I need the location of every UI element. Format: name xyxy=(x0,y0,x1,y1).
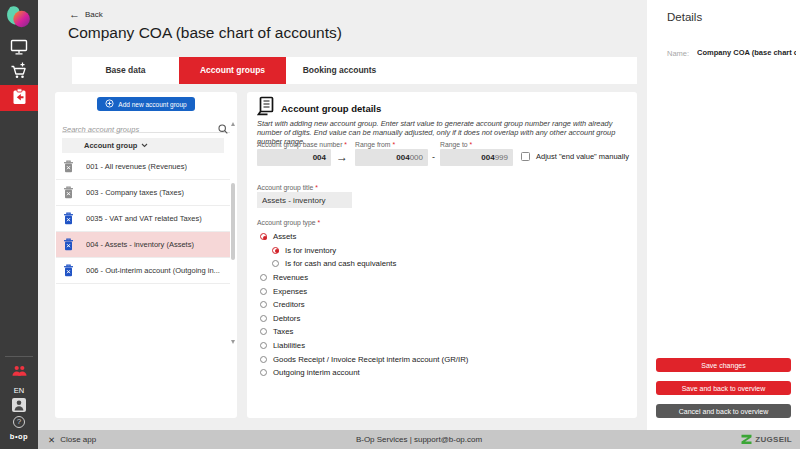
adjust-end-value-checkbox[interactable] xyxy=(521,152,530,161)
sidebar-item-shop[interactable] xyxy=(0,61,38,83)
zugseil-logo-icon xyxy=(741,434,752,445)
language-switch[interactable]: EN xyxy=(0,386,38,395)
type-option-label: Creditors xyxy=(273,300,305,309)
support-info: B-Op Services | support@b-op.com xyxy=(38,430,800,449)
radio-icon[interactable] xyxy=(260,274,267,281)
details-name-value: Company COA (base chart of... xyxy=(697,48,796,57)
app-logo-icon xyxy=(3,4,34,35)
account-group-row-label: 0035 - VAT and VAT related Taxes) xyxy=(86,214,202,223)
type-option-label: Goods Receipt / Invoice Receipt interim … xyxy=(273,355,468,364)
back-button[interactable]: ← Back xyxy=(69,9,103,19)
details-title: Details xyxy=(667,11,702,23)
account-group-row-006-out-interim-acco[interactable]: 006 - Out-interim account (Outgoing in..… xyxy=(56,258,230,284)
group-title-label: Account group title xyxy=(257,184,318,191)
arrow-right-icon: → xyxy=(336,150,348,164)
tab-account-groups[interactable]: Account groups xyxy=(179,57,286,84)
range-to-field[interactable]: 004999 xyxy=(440,149,513,166)
sidebar-item-chart-of-accounts-active[interactable] xyxy=(0,85,38,111)
save-changes-button[interactable]: Save changes xyxy=(656,358,791,372)
add-account-group-button[interactable]: Add new account group xyxy=(97,97,195,111)
range-to-bold: 004 xyxy=(481,153,494,162)
users-icon xyxy=(12,363,27,381)
range-from-field[interactable]: 004000 xyxy=(355,149,428,166)
type-option-creditors[interactable]: Creditors xyxy=(257,298,468,312)
group-title-field[interactable]: Assets - inventory xyxy=(257,192,352,208)
range-from-rest: 000 xyxy=(410,153,423,162)
type-option-label: Assets xyxy=(273,232,296,241)
scrollbar-thumb[interactable] xyxy=(231,183,235,260)
column-header-label: Account group xyxy=(84,141,137,150)
type-option-taxes[interactable]: Taxes xyxy=(257,325,468,339)
base-number-label: Account group base number xyxy=(257,141,347,148)
type-option-goods-receipt-invoice-receipt-interim-ac[interactable]: Goods Receipt / Invoice Receipt interim … xyxy=(257,352,468,366)
radio-icon[interactable] xyxy=(260,301,267,308)
type-option-revenues[interactable]: Revenues xyxy=(257,271,468,285)
monitor-icon xyxy=(10,39,28,59)
sidebar-item-profile[interactable] xyxy=(0,398,38,416)
delete-trash-icon[interactable] xyxy=(63,238,74,251)
type-option-label: Liabilities xyxy=(273,341,305,350)
type-option-assets[interactable]: Assets xyxy=(257,230,468,244)
delete-trash-icon[interactable] xyxy=(63,186,74,199)
type-option-liabilities[interactable]: Liabilities xyxy=(257,339,468,353)
radio-icon[interactable] xyxy=(260,288,267,295)
form-heading: Account group details xyxy=(281,103,381,114)
details-name-label: Name: xyxy=(667,49,689,58)
search-input[interactable] xyxy=(62,123,212,137)
sidebar-item-users[interactable] xyxy=(0,363,38,381)
account-group-row-label: 003 - Company taxes (Taxes) xyxy=(86,188,184,197)
plus-circle-icon xyxy=(105,99,114,109)
scrollbar-up-icon[interactable] xyxy=(231,122,235,126)
account-group-row-label: 004 - Assets - inventory (Assets) xyxy=(86,240,194,249)
type-option-label: Taxes xyxy=(273,327,293,336)
bop-logo: b•op xyxy=(0,432,38,441)
radio-icon[interactable] xyxy=(260,233,267,240)
account-group-row-004-assets-inventory[interactable]: 004 - Assets - inventory (Assets) xyxy=(56,232,230,258)
adjust-end-value-label: Adjust "end value" manually xyxy=(536,152,629,161)
type-option-outgoing-interim-account[interactable]: Outgoing interim account xyxy=(257,366,468,380)
delete-trash-icon[interactable] xyxy=(63,212,74,225)
type-option-label: Outgoing interim account xyxy=(273,368,360,377)
radio-icon[interactable] xyxy=(260,369,267,376)
sidebar-item-screens[interactable] xyxy=(0,38,38,60)
search-icon[interactable] xyxy=(218,120,228,138)
app-window: EN ? b•op ← Back Company COA (base chart… xyxy=(0,0,800,449)
range-to-label: Range to xyxy=(440,141,472,148)
base-number-field[interactable]: 004 xyxy=(257,149,331,166)
sidebar-item-help[interactable]: ? xyxy=(0,416,38,428)
account-group-column-header[interactable]: Account group xyxy=(62,138,224,153)
cart-plus-icon xyxy=(10,62,28,83)
chevron-down-icon xyxy=(141,143,148,148)
zugseil-brand-text: ZUGSEIL xyxy=(755,435,792,444)
save-and-back-button[interactable]: Save and back to overview xyxy=(656,381,791,395)
cancel-and-back-button[interactable]: Cancel and back to overview xyxy=(656,404,791,418)
type-option-expenses[interactable]: Expenses xyxy=(257,284,468,298)
radio-icon[interactable] xyxy=(272,260,279,267)
scrollbar-down-icon[interactable] xyxy=(231,340,235,344)
radio-icon[interactable] xyxy=(272,247,279,254)
type-option-label: Debtors xyxy=(273,314,300,323)
bottom-bar: ✕ Close app B-Op Services | support@b-op… xyxy=(38,430,800,449)
delete-trash-icon[interactable] xyxy=(63,264,74,277)
back-arrow-icon: ← xyxy=(69,9,80,19)
type-option-is-for-cash-and-cash-equivalents[interactable]: Is for cash and cash equivalents xyxy=(257,257,468,271)
tab-booking-accounts[interactable]: Booking accounts xyxy=(286,57,393,84)
type-option-label: Is for inventory xyxy=(285,246,336,255)
radio-icon[interactable] xyxy=(260,342,267,349)
type-option-is-for-inventory[interactable]: Is for inventory xyxy=(257,244,468,258)
radio-icon[interactable] xyxy=(260,356,267,363)
account-group-row-0035-vat-and-vat-rel[interactable]: 0035 - VAT and VAT related Taxes) xyxy=(56,206,230,232)
delete-trash-icon[interactable] xyxy=(63,160,74,173)
account-group-row-001-all-revenues-rev[interactable]: 001 - All revenues (Revenues) xyxy=(56,154,230,180)
account-group-row-003-company-taxes-ta[interactable]: 003 - Company taxes (Taxes) xyxy=(56,180,230,206)
type-option-label: Expenses xyxy=(273,287,307,296)
type-option-debtors[interactable]: Debtors xyxy=(257,312,468,326)
type-option-label: Is for cash and cash equivalents xyxy=(285,259,396,268)
sidebar: EN ? b•op xyxy=(0,0,38,449)
radio-icon[interactable] xyxy=(260,315,267,322)
tab-base-data[interactable]: Base data xyxy=(72,57,179,84)
list-scrollbar[interactable] xyxy=(230,122,236,344)
radio-icon[interactable] xyxy=(260,328,267,335)
help-icon: ? xyxy=(13,416,25,428)
base-number-value: 004 xyxy=(313,153,326,162)
